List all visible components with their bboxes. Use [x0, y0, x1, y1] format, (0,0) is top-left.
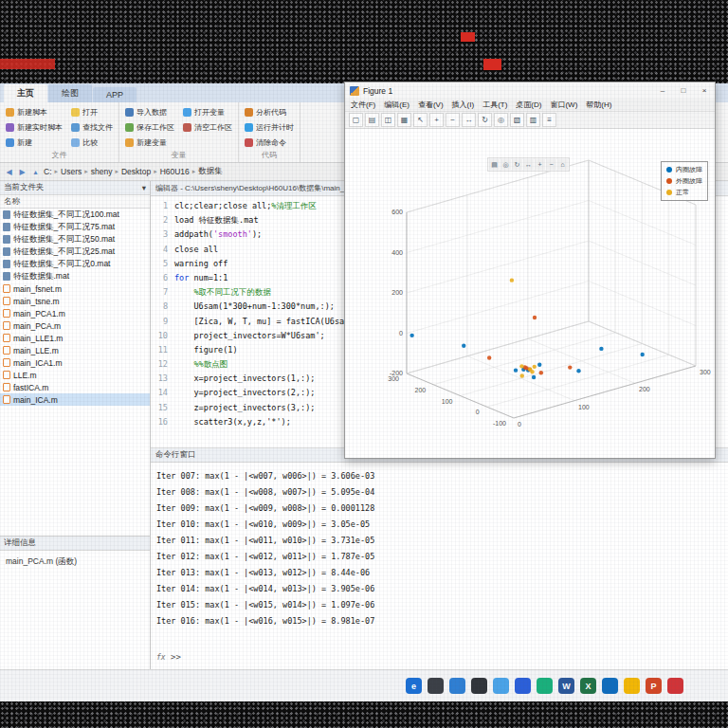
- ribbon-button[interactable]: 新建: [6, 135, 63, 150]
- breadcrumb-item[interactable]: Users: [61, 167, 82, 176]
- ribbon-button[interactable]: 打开: [71, 104, 113, 119]
- figure-menu-4[interactable]: 工具(T): [482, 100, 507, 110]
- excel-taskbar-icon[interactable]: X: [580, 678, 596, 694]
- axes-data-tips-icon[interactable]: ◎: [500, 159, 511, 170]
- file-explorer-taskbar-icon[interactable]: [624, 678, 640, 694]
- figure-menu-6[interactable]: 窗口(W): [550, 100, 577, 110]
- breadcrumb[interactable]: C:▸Users▸sheny▸Desktop▸H60U16▸数据集: [44, 166, 223, 177]
- app-blue-3-taskbar-icon[interactable]: [515, 678, 531, 694]
- command-prompt[interactable]: fx >>: [156, 652, 181, 662]
- figure-menu-0[interactable]: 文件(F): [351, 100, 375, 110]
- breadcrumb-item[interactable]: 数据集: [198, 166, 223, 177]
- legend-entry[interactable]: 内圈故障: [666, 165, 702, 174]
- word-taskbar-icon[interactable]: W: [558, 678, 574, 694]
- ribbon-button[interactable]: 新建实时脚本: [6, 119, 63, 135]
- axes-pan-icon[interactable]: ↔: [523, 159, 534, 170]
- file-item[interactable]: main_LLE.m: [0, 344, 150, 356]
- figure-menu-5[interactable]: 桌面(D): [516, 100, 541, 110]
- file-item[interactable]: 特征数据集_不同工况50.mat: [0, 233, 150, 246]
- ribbon-button[interactable]: 导入数据: [125, 104, 174, 119]
- forward-icon[interactable]: ▶: [17, 168, 27, 176]
- app-blue-1-taskbar-icon[interactable]: [449, 678, 465, 694]
- file-item[interactable]: LLE.m: [0, 369, 150, 381]
- file-item[interactable]: 特征数据集_不同工况25.mat: [0, 246, 150, 258]
- breadcrumb-item[interactable]: sheny: [91, 167, 113, 176]
- system-app-1-taskbar-icon[interactable]: [428, 678, 444, 694]
- file-item[interactable]: main_ICA.m: [0, 393, 150, 406]
- back-icon[interactable]: ◀: [4, 168, 14, 176]
- save-figure-icon[interactable]: ◫: [381, 113, 395, 127]
- file-item[interactable]: main_LLE1.m: [0, 332, 150, 344]
- file-item[interactable]: main_ICA1.m: [0, 356, 150, 369]
- breadcrumb-item[interactable]: Desktop: [121, 167, 151, 176]
- app-red-taskbar-icon[interactable]: [667, 678, 683, 694]
- ribbon-button[interactable]: 保存工作区: [125, 119, 174, 135]
- legend-entry[interactable]: 外圈故障: [666, 176, 702, 186]
- legend-entry[interactable]: 正常: [666, 188, 702, 197]
- pan-icon[interactable]: ↔: [462, 113, 476, 127]
- minimize-button[interactable]: –: [652, 82, 673, 99]
- file-item[interactable]: 特征数据集_不同工况0.mat: [0, 258, 150, 270]
- ribbon-button[interactable]: 比较: [71, 135, 113, 150]
- file-item[interactable]: main_tsne.m: [0, 295, 150, 307]
- powerpoint-taskbar-icon[interactable]: P: [646, 678, 662, 694]
- axes-rotate-3d-icon[interactable]: ↻: [512, 159, 522, 170]
- figure-menu-2[interactable]: 查看(V): [418, 100, 444, 110]
- close-button[interactable]: ×: [694, 82, 715, 99]
- system-app-2-taskbar-icon[interactable]: [471, 678, 487, 694]
- panel-menu-icon[interactable]: ▾: [142, 183, 146, 192]
- insert-legend-icon[interactable]: ≡: [542, 113, 556, 127]
- up-folder-icon[interactable]: ▴: [30, 168, 41, 176]
- ribbon-button[interactable]: 分析代码: [245, 104, 294, 119]
- ribbon-button[interactable]: 清空工作区: [183, 119, 232, 135]
- wechat-taskbar-icon[interactable]: [537, 678, 553, 694]
- ribbon-button[interactable]: 运行并计时: [245, 119, 294, 135]
- app-blue-2-taskbar-icon[interactable]: [493, 678, 509, 694]
- ribbon-button[interactable]: 新建脚本: [6, 104, 63, 119]
- file-item[interactable]: main_fsnet.m: [0, 282, 150, 295]
- m-file-icon: [3, 371, 10, 379]
- axes-restore-view-icon[interactable]: ⌂: [557, 159, 568, 170]
- file-item[interactable]: 特征数据集.mat: [0, 270, 150, 282]
- figure-menu-7[interactable]: 帮助(H): [586, 100, 611, 110]
- data-cursor-icon[interactable]: ◎: [494, 113, 508, 127]
- ribbon-button[interactable]: 新建变量: [125, 135, 174, 150]
- insert-colorbar-icon[interactable]: ▥: [526, 113, 540, 127]
- ribbon-button[interactable]: 清除命令: [245, 135, 294, 150]
- outlook-taskbar-icon[interactable]: [602, 678, 618, 694]
- open-file-icon[interactable]: ▤: [365, 113, 379, 127]
- ribbon-button[interactable]: 查找文件: [71, 119, 113, 135]
- edit-plot-icon[interactable]: ↖: [413, 113, 428, 127]
- zoom-out-icon[interactable]: −: [446, 113, 460, 127]
- file-item[interactable]: 特征数据集_不同工况75.mat: [0, 221, 150, 233]
- figure-menu-3[interactable]: 插入(I): [452, 100, 475, 110]
- figure-plot-area[interactable]: 6004002000-2003002001000-1000100200300 ▤…: [345, 129, 715, 458]
- command-window[interactable]: Iter 007: max(1 - |<w007, w006>|) = 3.60…: [151, 463, 728, 669]
- brush-icon[interactable]: ▧: [510, 113, 524, 127]
- ribbon-tab-2[interactable]: APP: [93, 87, 136, 102]
- new-figure-icon[interactable]: ▢: [349, 113, 363, 127]
- zoom-in-icon[interactable]: +: [429, 113, 444, 127]
- ribbon-tab-1[interactable]: 绘图: [48, 84, 92, 102]
- axes-zoom-in-icon[interactable]: +: [535, 159, 545, 170]
- breadcrumb-item[interactable]: H60U16: [160, 167, 190, 176]
- file-item[interactable]: main_PCA1.m: [0, 307, 150, 319]
- file-item[interactable]: fastICA.m: [0, 381, 150, 393]
- axes-zoom-out-icon[interactable]: −: [546, 159, 556, 170]
- maximize-button[interactable]: □: [673, 82, 694, 99]
- ribbon-button[interactable]: 打开变量: [183, 104, 232, 119]
- rotate-3d-icon[interactable]: ↻: [478, 113, 492, 127]
- edge-browser-taskbar-icon[interactable]: e: [406, 678, 422, 694]
- name-column-header[interactable]: 名称: [0, 195, 150, 209]
- fx-icon[interactable]: fx: [156, 653, 166, 662]
- breadcrumb-item[interactable]: C:: [44, 167, 52, 176]
- print-figure-icon[interactable]: ▦: [397, 113, 411, 127]
- file-item[interactable]: main_PCA.m: [0, 319, 150, 332]
- ribbon-tab-0[interactable]: 主页: [4, 84, 47, 102]
- figure-titlebar[interactable]: Figure 1 –□×: [345, 82, 715, 99]
- axes-export-icon[interactable]: ▤: [489, 159, 500, 170]
- code-text: clc;clear;close all;: [174, 199, 271, 213]
- figure-menu-1[interactable]: 编辑(E): [384, 100, 410, 110]
- plot-legend[interactable]: 内圈故障外圈故障正常: [661, 161, 708, 201]
- file-item[interactable]: 特征数据集_不同工况100.mat: [0, 209, 150, 221]
